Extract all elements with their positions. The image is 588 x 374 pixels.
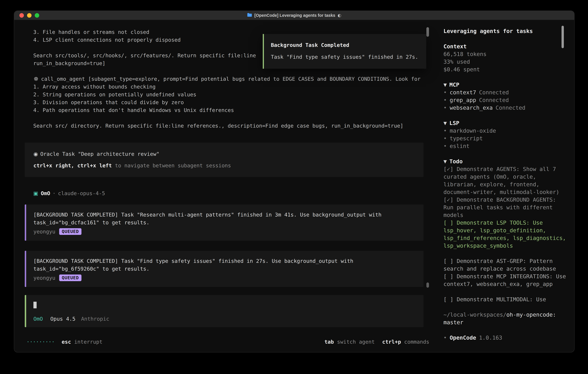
lsp-item-name: eslint: [450, 142, 470, 150]
section-heading-todo[interactable]: ▼Todo: [443, 158, 568, 165]
workspace-path: ~/local-workspaces/oh-my-opencode: maste…: [443, 311, 568, 326]
folder-icon: [247, 13, 252, 18]
status-right: tabswitch agent ctrl+pcommands: [324, 338, 429, 346]
status-bar: ·········escinterrupt tabswitch agent ct…: [26, 338, 429, 346]
separator-dot: ·: [52, 190, 56, 196]
workspace-path-prefix: ~/local-workspaces/: [443, 312, 506, 318]
bullet-icon: •: [443, 89, 447, 96]
todo-item: [ ] Demonstrate LSP TOOLS: Use lsp_hover…: [443, 219, 568, 250]
context-section: Context 66,518 tokens 33% used $0.46 spe…: [443, 43, 568, 73]
gear-icon: [33, 76, 41, 82]
todo-item: [✓] Demonstrate BACKGROUND AGENTS: Run p…: [443, 196, 568, 219]
oracle-icon: ◉: [33, 151, 38, 157]
message-text: [BACKGROUND TASK COMPLETED] Task "Find t…: [33, 257, 415, 265]
sidebar-title: Leveraging agents for tasks: [443, 27, 568, 35]
esc-key: esc: [62, 339, 71, 345]
traffic-lights: [19, 11, 39, 20]
section-heading-lsp[interactable]: ▼LSP: [443, 119, 568, 127]
workspace-repo: oh-my-opencode:: [506, 312, 556, 318]
bullet-icon: •: [443, 142, 447, 150]
app-name: OpenCode: [450, 334, 476, 342]
output-line: 1. Array access without bounds checking: [14, 83, 437, 91]
status-left: ·········escinterrupt: [26, 338, 103, 346]
background-task-message: [BACKGROUND TASK COMPLETED] Task "Find t…: [25, 251, 423, 287]
workspace-branch: master: [443, 319, 463, 326]
context-tokens: 66,518 tokens: [443, 50, 568, 58]
lsp-item: •eslint: [443, 142, 568, 150]
text-cursor: [33, 302, 37, 308]
session-state-icon: ◐: [337, 13, 341, 18]
bullet-icon: •: [443, 334, 447, 342]
tab-key: tab: [324, 339, 334, 345]
mcp-item: •context7Connected: [443, 89, 568, 96]
message-text: task_id="bg_6f59260c" to get results.: [33, 265, 415, 273]
agent-name: OmO: [41, 190, 50, 196]
mcp-section: ▼MCP •context7Connected •grep_appConnect…: [443, 81, 568, 112]
app-version: 1.0.163: [479, 334, 502, 342]
mcp-item-status: Connected: [495, 104, 525, 112]
collapse-arrow-icon: ▼: [443, 158, 447, 165]
lsp-item: •markdown-oxide: [443, 127, 568, 135]
input-provider: Anthropic: [81, 316, 109, 322]
output-line: [14, 114, 437, 122]
lsp-section: ▼LSP •markdown-oxide •typescript •eslint: [443, 119, 568, 150]
mcp-item-name: context7: [450, 89, 476, 96]
spinner-dots: ·········: [26, 339, 55, 345]
lsp-item-name: typescript: [450, 135, 483, 142]
app-version-line: •OpenCode1.0.163: [443, 334, 568, 342]
sidebar: Leveraging agents for tasks Context 66,5…: [437, 20, 574, 352]
window-title: [OpenCode] Leveraging agents for tasks ◐: [247, 13, 341, 18]
mcp-item-name: websearch_exa: [450, 104, 493, 112]
bullet-icon: •: [443, 96, 447, 104]
input-model-line: OmOOpus 4.5Anthropic: [33, 315, 415, 323]
oracle-task-title: Oracle Task "Deep architecture review": [40, 151, 159, 157]
main-scrollbar-thumb[interactable]: [426, 27, 429, 37]
message-author: yeongyu: [33, 275, 55, 281]
mcp-item-name: grep_app: [450, 96, 476, 104]
output-line: 4. Path operations that don't handle Win…: [14, 106, 437, 114]
tool-call-args: [subagent_type=explore, prompt=Find pote…: [88, 76, 420, 82]
tool-call-line: call_omo_agent [subagent_type=explore, p…: [14, 75, 437, 83]
todo-item: [ ] Demonstrate MULTIMODAL: Use: [443, 296, 568, 303]
message-author: yeongyu: [33, 229, 55, 235]
context-spent: $0.46 spent: [443, 66, 568, 73]
minimize-button[interactable]: [27, 13, 32, 18]
section-heading-mcp[interactable]: ▼MCP: [443, 81, 568, 89]
oracle-hint: ctrl+x right, ctrl+x left to navigate be…: [33, 162, 415, 169]
commands-label: commands: [404, 339, 429, 345]
mcp-item: •grep_appConnected: [443, 96, 568, 104]
lsp-item: •typescript: [443, 135, 568, 142]
input-model: Opus 4.5: [50, 316, 75, 322]
messages-scrollbar-thumb[interactable]: [426, 282, 429, 288]
prompt-input[interactable]: OmOOpus 4.5Anthropic: [25, 295, 423, 327]
agent-model: claude-opus-4-5: [58, 190, 105, 196]
commands-key: ctrl+p: [382, 339, 401, 345]
bullet-icon: •: [443, 135, 447, 142]
message-text: task_id="bg_dcfac161" to get results.: [33, 219, 415, 227]
oracle-task-title-row: ◉Oracle Task "Deep architecture review": [33, 150, 415, 158]
context-heading: Context: [443, 43, 568, 50]
bullet-icon: •: [443, 127, 447, 135]
hint-text: to navigate between subagent sessions: [112, 163, 231, 168]
todo-item: [ ] Demonstrate MCP INTEGRATIONS: Use co…: [443, 273, 568, 288]
output-line: 3. Division operations that could divide…: [14, 98, 437, 106]
titlebar: [OpenCode] Leveraging agents for tasks ◐: [14, 11, 574, 20]
todo-section: ▼Todo [✓] Demonstrate AGENTS: Show all 7…: [443, 158, 568, 303]
input-agent-name: OmO: [33, 316, 43, 322]
queued-badge: QUEUED: [59, 228, 82, 235]
tab-label: switch agent: [337, 339, 375, 345]
lsp-item-name: markdown-oxide: [450, 127, 496, 135]
collapse-arrow-icon: ▼: [443, 119, 447, 127]
close-button[interactable]: [19, 13, 24, 18]
mcp-item: •websearch_exaConnected: [443, 104, 568, 112]
agent-checkbox-icon: ▣: [33, 190, 38, 196]
toast-body: Task "Find type safety issues" finished …: [271, 53, 420, 61]
context-used: 33% used: [443, 58, 568, 66]
output-line: 2. String operations on potentially unde…: [14, 91, 437, 98]
toast-title: Background Task Completed: [271, 41, 420, 49]
output-line: Search src/ directory. Return specific f…: [14, 122, 437, 130]
zoom-button[interactable]: [35, 13, 39, 18]
toast-notification: Background Task Completed Task "Find typ…: [263, 34, 426, 69]
background-task-message: [BACKGROUND TASK COMPLETED] Task "Resear…: [25, 205, 423, 241]
sidebar-scrollbar-thumb[interactable]: [562, 26, 564, 48]
